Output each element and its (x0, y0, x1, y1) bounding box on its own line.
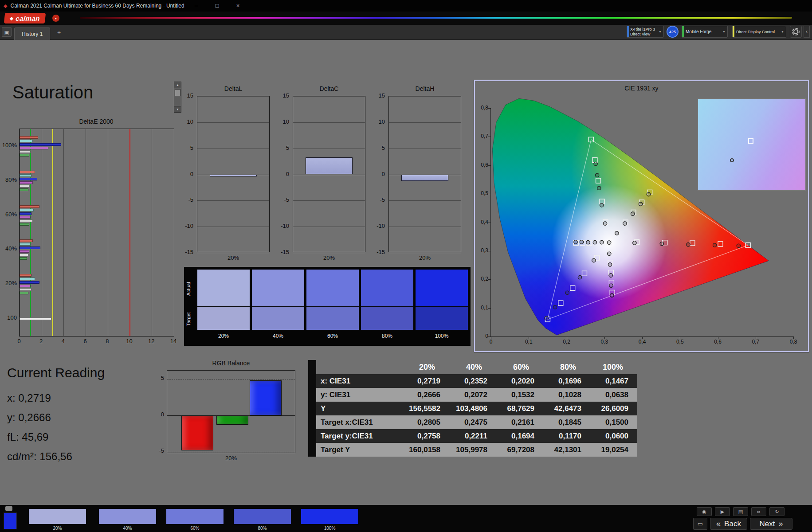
deltae-bar (20, 136, 38, 139)
tab-history-1[interactable]: History 1 (14, 27, 50, 40)
axis-tick-label: -10 (377, 223, 385, 229)
cell-value: 0,1467 (589, 377, 636, 386)
patch-label: 80% (233, 526, 291, 531)
snapshot-button[interactable]: ◉ (697, 507, 712, 516)
history-panel-button[interactable]: ▣ (2, 27, 12, 37)
target-swatch (197, 307, 250, 330)
current-reading-title: Current Reading (7, 365, 105, 380)
actual-swatch (361, 270, 413, 306)
deltae-bar (20, 223, 29, 226)
blue-balance-bar (250, 380, 282, 415)
patch-swatch[interactable] (166, 509, 224, 524)
close-button[interactable]: × (229, 0, 247, 12)
cie-panel[interactable]: CIE 1931 xy (474, 80, 809, 352)
patch-swatch[interactable] (233, 509, 291, 524)
source-dropdown[interactable]: Mobile Forge ▼ (682, 26, 728, 38)
deltae-bar (20, 250, 29, 253)
chevron-down-icon: ▼ (781, 30, 786, 33)
scroll-up-button[interactable]: ▲ (174, 82, 181, 88)
logo-dropdown-button[interactable]: ▼ (52, 15, 59, 22)
patch-swatch[interactable] (301, 509, 359, 524)
scroll-down-button[interactable]: ▼ (174, 106, 181, 113)
measured-point (603, 222, 607, 225)
patch-swatch[interactable] (28, 509, 86, 524)
patch-swatch[interactable] (98, 509, 157, 524)
next-button[interactable]: Next » (750, 518, 792, 530)
chart-title: DeltaH (388, 85, 461, 92)
title-bar: ◆ Calman 2021 Calman Ultimate for Busine… (0, 0, 812, 12)
display-dropdown[interactable]: Direct Display Control ▼ (732, 26, 786, 38)
axis-tick-label: 0,3 (476, 247, 488, 254)
axis-tick-label: -15 (185, 249, 193, 255)
target-swatch (361, 307, 413, 330)
view-button[interactable]: ∞ (751, 507, 766, 516)
saturation-swatch-panel: Actual Target 20%40%60%80%100% (184, 267, 471, 346)
table-header-cell: 60% (495, 363, 542, 372)
table-row: Target x:CIE310,28050,24750,21610,18450,… (316, 415, 637, 429)
minimize-button[interactable]: – (188, 0, 205, 12)
axis-tick-label: -15 (281, 249, 289, 255)
swatch-columns: 20%40%60%80%100% (184, 267, 471, 346)
row-label: Target y:CIE31 (316, 432, 401, 441)
deltae-bar (20, 281, 39, 284)
meter-count-badge[interactable]: 425 (667, 26, 679, 38)
spectrum-stripe (80, 17, 792, 19)
axis-tick-label: 100 (0, 314, 17, 321)
add-tab-button[interactable]: + (55, 28, 63, 36)
deltac-chart: DeltaC 151050-5-10-15 20% (280, 85, 365, 264)
deltae-bar (20, 288, 31, 291)
axis-tick-label: 0,7 (748, 339, 764, 345)
settings-button[interactable] (790, 26, 802, 38)
window-title: Calman 2021 Calman Ultimate for Business… (10, 3, 184, 9)
axis-tick-label: 0 (286, 171, 289, 177)
axis-tick-label: 0,1 (476, 305, 488, 311)
axis-tick-label: 10 (124, 338, 135, 344)
table-body: x: CIE310,27190,23520,20200,16960,1467y:… (316, 374, 637, 457)
play-button[interactable]: ▶ (715, 507, 730, 516)
table-row: Target Y160,0158105,997869,720842,130119… (316, 443, 637, 457)
axis-tick-label: 0,3 (596, 339, 612, 345)
cell-value: 0,1694 (495, 432, 542, 441)
measured-point (639, 202, 642, 206)
target-swatch (252, 307, 304, 330)
side-panel-toggle[interactable]: ‹ (804, 26, 810, 38)
patch-label: 100% (301, 526, 359, 531)
refresh-button[interactable]: ↻ (769, 507, 785, 516)
reference-line (129, 129, 130, 336)
cell-value: 160,0158 (401, 446, 448, 454)
cell-value: 0,0638 (589, 391, 636, 399)
axis-tick-label: 5 (190, 145, 193, 151)
deltae-bar (20, 185, 29, 188)
measured-point (578, 275, 581, 279)
table-row: Y156,5582103,480668,762942,647326,6009 (316, 402, 637, 415)
measurement-table: 20%40%60%80%100% x: CIE310,27190,23520,2… (308, 360, 637, 457)
scroll-thumb[interactable] (175, 89, 180, 96)
deltae-bar (20, 171, 35, 173)
axis-tick-label: -5 (153, 447, 164, 454)
deltae-bar (20, 216, 31, 219)
scroll-control[interactable]: ▲ ▼ (174, 82, 181, 113)
maximize-button[interactable]: □ (208, 0, 226, 12)
row-label: y: CIE31 (316, 391, 401, 399)
calman-logo: ◆ calman (4, 13, 46, 23)
axis-tick-label: 14 (168, 338, 179, 344)
back-button[interactable]: « Back (710, 518, 747, 530)
cell-value: 0,2758 (401, 432, 448, 441)
green-balance-bar (216, 415, 248, 425)
deltae-bar (20, 254, 28, 256)
deltal-chart: DeltaL 151050-5-10-15 20% (184, 85, 270, 264)
axis-tick-label: 0,1 (521, 339, 537, 345)
scroll-track[interactable] (174, 88, 181, 106)
print-button[interactable]: ▤ (733, 507, 748, 516)
swatch-column: 20% (197, 270, 250, 339)
y-axis: 151050-5-10-15 (184, 96, 195, 252)
axis-tick-label: 0 (483, 339, 499, 345)
meter-dropdown[interactable]: X-Rite i1Pro 3 Direct View ▼ (627, 26, 664, 38)
cell-value: 0,2072 (448, 391, 495, 399)
swatch-column: 100% (416, 270, 468, 339)
measured-point (608, 252, 611, 255)
x-axis-label: 20% (388, 254, 461, 261)
rgb-title: RGB Balance (167, 360, 295, 367)
display-control-button[interactable]: ▭ (693, 518, 707, 530)
axis-tick-label: 10 (379, 118, 385, 125)
